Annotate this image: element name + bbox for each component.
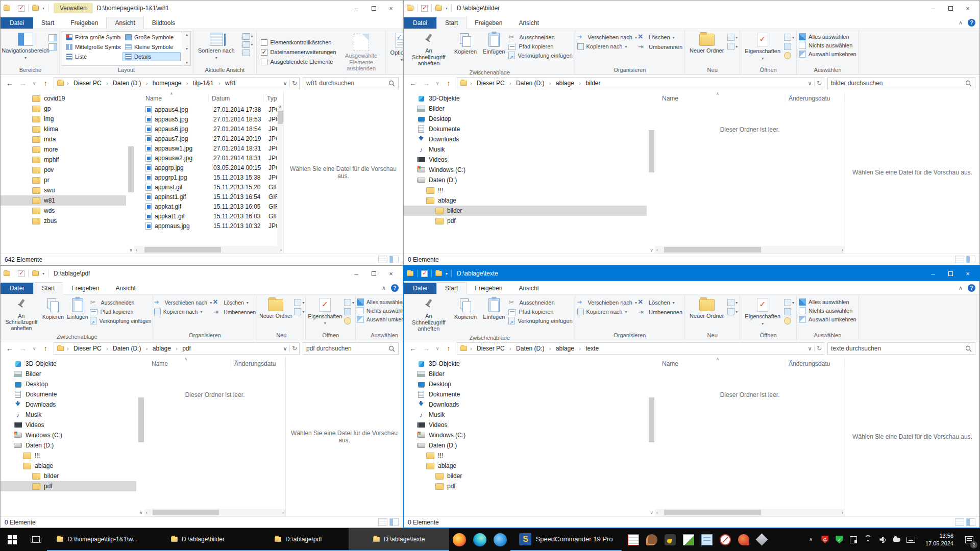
open-button[interactable]: ▾	[784, 34, 794, 41]
taskbar-task-button[interactable]: D:\ablage\texte	[349, 528, 449, 551]
breadcrumb-item[interactable]: Dieser PC	[475, 345, 507, 352]
column-header-modified[interactable]: Änderungsdatu	[786, 359, 845, 368]
ribbon-tab[interactable]: Datei	[1, 17, 33, 29]
search-box[interactable]	[827, 77, 975, 89]
hide-selected-button[interactable]: Ausgewählte Elemente ausblenden	[339, 31, 383, 73]
copy-path-button[interactable]: Pfad kopieren	[508, 308, 572, 315]
volume-icon[interactable]	[878, 535, 887, 544]
breadcrumb-item[interactable]: Daten (D:)	[111, 80, 143, 87]
refresh-icon[interactable]: ↻	[292, 345, 297, 352]
tree-item[interactable]: 3D-Objekte	[1, 359, 136, 369]
select-all-button[interactable]: Alles auswählen	[357, 298, 403, 306]
tree-item[interactable]: Windows (C:)	[404, 165, 647, 175]
tree-item[interactable]: 3D-Objekte	[404, 359, 647, 369]
close-button[interactable]: ×	[382, 2, 400, 15]
preview-pane-button[interactable]	[48, 34, 57, 41]
tree-item[interactable]: Desktop	[1, 379, 136, 389]
tree-item[interactable]: Musik	[1, 410, 136, 420]
breadcrumb[interactable]: › Dieser PC › Daten (D:) › ablage › text…	[457, 342, 824, 355]
tree-item[interactable]: pdf	[404, 481, 647, 491]
move-to-button[interactable]: Verschieben nach ▾	[577, 33, 637, 41]
tree-item[interactable]: ablage	[404, 461, 647, 471]
help-icon[interactable]: ?	[968, 284, 975, 292]
tree-item[interactable]: Bilder	[404, 104, 647, 114]
paste-button[interactable]: Einfügen	[480, 31, 507, 68]
history-button[interactable]	[784, 317, 794, 324]
move-to-button[interactable]: Verschieben nach ▾	[577, 298, 637, 307]
taskbar-task-button[interactable]: D:\ablage\bilder	[148, 528, 248, 551]
qat-customize-dropdown-icon[interactable]: ▾	[446, 271, 448, 276]
scroll-down-icon[interactable]: ∨	[128, 247, 134, 253]
column-header-name[interactable]: Name	[144, 359, 231, 368]
ribbon-tab[interactable]: Datei	[1, 283, 33, 294]
recent-locations-icon[interactable]: ∨	[31, 81, 37, 86]
minimize-button[interactable]: –	[924, 2, 942, 15]
up-button[interactable]: ↑	[444, 344, 454, 353]
select-none-button[interactable]: Nichts auswählen	[357, 307, 403, 314]
tree-item[interactable]: mda	[1, 134, 126, 144]
firefox-taskbar-button[interactable]	[449, 528, 470, 551]
titlebar[interactable]: ▾ D:\ablage\bilder – ×	[404, 1, 979, 16]
breadcrumb-item[interactable]: Dieser PC	[475, 80, 507, 87]
details-view-button[interactable]	[378, 256, 387, 263]
details-view-button[interactable]	[955, 518, 964, 526]
thumbnail-view-button[interactable]	[966, 256, 975, 263]
tree-item[interactable]: gp	[1, 104, 126, 114]
group-by-button[interactable]: ▾	[242, 33, 253, 40]
copy-to-button[interactable]: Kopieren nach ▾	[577, 43, 637, 50]
search-box[interactable]	[303, 77, 399, 89]
layout-option[interactable]: Kleine Symbole	[122, 42, 181, 52]
notification-center-button[interactable]: 2	[959, 528, 980, 551]
select-none-button[interactable]: Nichts auswählen	[799, 307, 856, 314]
scroll-left-icon[interactable]: ‹	[656, 247, 658, 253]
address-dropdown-icon[interactable]: ∨	[283, 345, 287, 352]
edit-button[interactable]	[344, 308, 354, 315]
maximize-button[interactable]	[365, 267, 382, 280]
breadcrumb-item[interactable]: Dieser PC	[71, 80, 104, 87]
tree-item[interactable]: Musik	[404, 410, 647, 420]
folder-icon[interactable]	[407, 6, 413, 11]
cut-button[interactable]: Ausschneiden	[508, 298, 572, 307]
tree-item[interactable]: more	[1, 144, 126, 155]
close-button[interactable]: ×	[959, 2, 976, 15]
options-button[interactable]: Optionen ▾	[388, 31, 403, 72]
scroll-down-icon[interactable]: ▾	[186, 46, 188, 51]
ribbon-tab[interactable]: Freigeben	[62, 17, 106, 29]
tree-item[interactable]: pdf	[1, 481, 136, 491]
history-button[interactable]	[784, 52, 794, 59]
scroll-left-icon[interactable]: ‹	[136, 247, 137, 253]
properties-button[interactable]: Eigenschaften ▾	[742, 296, 783, 331]
column-header-modified[interactable]: Änderungsdatu	[786, 94, 845, 103]
paste-shortcut-button[interactable]: Verknüpfung einfügen	[508, 317, 572, 324]
forward-button[interactable]: →	[18, 344, 28, 353]
history-button[interactable]	[344, 317, 354, 324]
size-columns-button[interactable]	[242, 49, 253, 56]
titlebar[interactable]: ▾ D:\ablage\texte – ×	[404, 266, 979, 281]
invert-selection-button[interactable]: Auswahl umkehren	[357, 316, 403, 323]
ribbon-tab[interactable]: Ansicht	[106, 17, 143, 29]
move-to-button[interactable]: Verschieben nach ▾	[154, 298, 212, 307]
delete-button[interactable]: Löschen ▾	[638, 298, 682, 307]
tree-item[interactable]: Daten (D:)	[1, 440, 136, 450]
notes-app-icon[interactable]	[701, 534, 713, 545]
recent-locations-icon[interactable]: ∨	[434, 346, 440, 351]
gray-diamond-icon[interactable]	[755, 533, 768, 545]
nav-scrollbar[interactable]: ∨	[128, 93, 134, 245]
file-row[interactable]: appinst1.gif 15.11.2013 16:54 GIF	[134, 192, 283, 202]
horizontal-scrollbar[interactable]: ‹ ›	[144, 509, 285, 516]
tree-item[interactable]: Desktop	[404, 114, 647, 124]
onedrive-cloud-icon[interactable]	[892, 535, 901, 544]
details-pane-button[interactable]	[48, 43, 57, 51]
new-item-button[interactable]: ▾	[727, 43, 738, 50]
select-none-button[interactable]: Nichts auswählen	[799, 42, 856, 49]
recent-locations-icon[interactable]: ∨	[31, 346, 37, 351]
horizontal-scrollbar[interactable]: ‹ ›	[134, 246, 283, 254]
red-tool-app-icon[interactable]	[738, 534, 749, 545]
copy-button[interactable]: Kopieren	[452, 31, 479, 68]
breadcrumb-item[interactable]: tilp-1&1	[191, 80, 216, 87]
breadcrumb-item[interactable]: w81	[223, 80, 238, 87]
select-all-button[interactable]: Alles auswählen	[799, 33, 856, 40]
maximize-button[interactable]	[942, 2, 959, 15]
ribbon-tab[interactable]: Start	[436, 282, 467, 294]
horizontal-scrollbar[interactable]: ‹ ›	[655, 509, 845, 516]
